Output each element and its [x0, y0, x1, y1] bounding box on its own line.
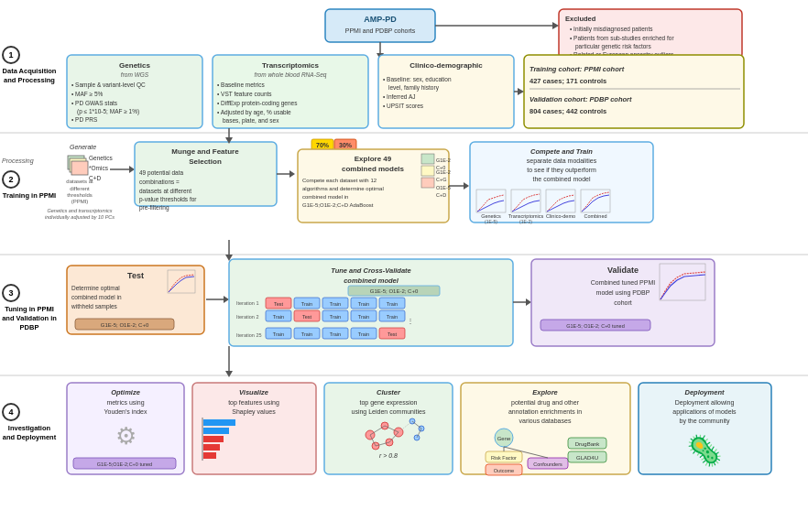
svg-text:annotation enrichments in: annotation enrichments in — [508, 408, 582, 415]
svg-text:C+D: C+D — [436, 192, 446, 198]
svg-text:thresholds: thresholds — [67, 192, 93, 198]
svg-text:Shapley values: Shapley values — [232, 408, 276, 416]
svg-text:Train: Train — [273, 314, 284, 320]
svg-text:🦠: 🦠 — [686, 433, 723, 468]
svg-text:DrugBank: DrugBank — [575, 441, 601, 447]
svg-text:bases, plate, and sex: bases, plate, and sex — [223, 117, 279, 125]
svg-text:Clinico-demo: Clinico-demo — [546, 213, 575, 219]
svg-text:various databases: various databases — [519, 418, 572, 424]
svg-text:combined model: combined model — [344, 277, 399, 285]
svg-text:G1E-2: G1E-2 — [436, 157, 451, 163]
svg-text:GLAD4U: GLAD4U — [576, 455, 598, 461]
svg-text:• Inferred AJ: • Inferred AJ — [383, 93, 416, 100]
svg-text:• DiffExp protein-coding genes: • DiffExp protein-coding genes — [217, 100, 298, 107]
svg-text:Compete each dataset with 12: Compete each dataset with 12 — [302, 178, 377, 183]
svg-text:Generate: Generate — [70, 144, 96, 150]
svg-text:Combined tuned PPMI: Combined tuned PPMI — [591, 279, 655, 286]
svg-text:Training cohort: PPMI cohort: Training cohort: PPMI cohort — [530, 65, 625, 73]
svg-text:427 cases; 171 controls: 427 cases; 171 controls — [530, 77, 606, 85]
svg-text:Clinico-demographic: Clinico-demographic — [409, 61, 483, 70]
svg-text:Cluster: Cluster — [377, 388, 401, 396]
svg-text:70%: 70% — [316, 142, 330, 148]
svg-text:(PPMI): (PPMI) — [71, 199, 89, 204]
svg-rect-179 — [203, 428, 229, 434]
svg-rect-184 — [324, 383, 453, 474]
svg-text:applications of models: applications of models — [672, 408, 737, 416]
svg-text:Risk Factor: Risk Factor — [491, 455, 517, 461]
svg-text:⚙: ⚙ — [115, 422, 136, 450]
svg-text:from whole blood RNA-Seq: from whole blood RNA-Seq — [255, 71, 327, 79]
svg-text:Tune and Cross-Validate: Tune and Cross-Validate — [331, 266, 411, 275]
svg-text:Genetics and transcriptomics: Genetics and transcriptomics — [48, 208, 113, 213]
svg-text:• UPSIT scores: • UPSIT scores — [383, 103, 424, 109]
svg-text:Train: Train — [301, 331, 312, 337]
svg-text:Train: Train — [358, 301, 369, 307]
svg-text:G1E-5; O1E-2; C+0 tuned: G1E-5; O1E-2; C+0 tuned — [566, 323, 624, 329]
svg-text:Train: Train — [358, 314, 369, 320]
svg-text:• PD GWAS stats: • PD GWAS stats — [71, 100, 118, 106]
svg-text:• PD PRS: • PD PRS — [71, 116, 98, 123]
svg-rect-180 — [203, 436, 224, 442]
svg-text:G1E-2: G1E-2 — [436, 169, 451, 175]
svg-text:using Leiden communities: using Leiden communities — [352, 408, 426, 416]
svg-text:30%: 30% — [339, 142, 353, 148]
svg-text:Train: Train — [330, 331, 341, 337]
svg-text:Combined: Combined — [584, 213, 606, 219]
svg-text:Train: Train — [330, 314, 341, 320]
svg-text:Compete and Train: Compete and Train — [530, 147, 593, 156]
svg-text:Confounders: Confounders — [533, 461, 562, 467]
svg-text:datasets at: datasets at — [66, 179, 93, 184]
svg-text:Optimize: Optimize — [111, 388, 140, 396]
svg-text:• Initially misdiagnosed patie: • Initially misdiagnosed patients — [570, 26, 653, 33]
svg-text:Genetics: Genetics — [119, 61, 150, 70]
svg-text:individually adjusted by 10 PC: individually adjusted by 10 PCs — [45, 214, 115, 220]
svg-text:• Adjusted by age, % usable: • Adjusted by age, % usable — [217, 109, 291, 116]
svg-rect-82 — [421, 154, 434, 164]
svg-text:potential drug and other: potential drug and other — [511, 399, 580, 407]
svg-rect-181 — [203, 444, 220, 451]
svg-text:Deployment: Deployment — [685, 388, 725, 396]
svg-marker-60 — [129, 166, 135, 173]
svg-text:r > 0.8: r > 0.8 — [379, 452, 398, 459]
svg-text:Iteration 2: Iteration 2 — [236, 314, 258, 320]
svg-text:(p ≤ 1*10-5; MAF ≥ 1%): (p ≤ 1*10-5; MAF ≥ 1%) — [77, 108, 139, 115]
svg-text:Deployment allowing: Deployment allowing — [675, 399, 735, 407]
svg-text:G1E-5;O1E-2;C+D AdaBoost: G1E-5;O1E-2;C+D AdaBoost — [302, 202, 374, 208]
svg-text:Test: Test — [127, 271, 144, 280]
svg-text:separate data modalities: separate data modalities — [527, 157, 597, 165]
svg-text:• Baseline metrics: • Baseline metrics — [217, 81, 266, 88]
svg-rect-85 — [421, 166, 434, 176]
svg-text:Transcriptomics: Transcriptomics — [262, 61, 319, 70]
svg-text:Munge and Feature: Munge and Feature — [171, 147, 239, 156]
svg-text:Outcome: Outcome — [494, 468, 514, 473]
svg-rect-52 — [71, 161, 88, 175]
svg-text:(1E-2): (1E-2) — [519, 219, 532, 224]
svg-text:by the community: by the community — [680, 418, 730, 425]
svg-text:combinations =: combinations = — [139, 179, 180, 185]
diagram-container: 1 Data Acquisition and Processing 2 Trai… — [0, 0, 808, 532]
svg-text:Test: Test — [274, 301, 284, 307]
svg-marker-235 — [225, 371, 233, 377]
svg-text:level, family history: level, family history — [388, 84, 440, 92]
svg-text:Train: Train — [387, 301, 398, 307]
svg-text:G1E-5; O1E-2; C+0: G1E-5; O1E-2; C+0 — [101, 322, 149, 328]
svg-text:different: different — [70, 186, 90, 191]
svg-text:O1E-5: O1E-5 — [436, 185, 451, 190]
svg-text:p-value thresholds for: p-value thresholds for — [139, 196, 197, 203]
svg-text:Explore: Explore — [532, 388, 558, 396]
svg-text:the combined model: the combined model — [532, 176, 590, 182]
svg-text:Train: Train — [358, 331, 369, 337]
diagram-svg: AMP-PD PPMI and PDBP cohorts Excluded • … — [0, 0, 808, 532]
svg-text:Test: Test — [302, 314, 312, 320]
svg-text:49 potential data: 49 potential data — [139, 169, 183, 177]
svg-text:Train: Train — [301, 301, 312, 307]
svg-text:AMP-PD: AMP-PD — [364, 15, 397, 24]
svg-text:(1E-5): (1E-5) — [485, 219, 497, 224]
svg-text:from WGS: from WGS — [121, 71, 149, 78]
svg-text:G1E-5; O1E-2; C+0: G1E-5; O1E-2; C+0 — [370, 288, 419, 294]
svg-text:Gene: Gene — [497, 436, 511, 441]
svg-text:Validate: Validate — [607, 266, 639, 275]
svg-text:combined models: combined models — [342, 165, 405, 173]
svg-text:algorithms and determine optim: algorithms and determine optimal — [302, 186, 384, 191]
svg-rect-178 — [203, 419, 235, 426]
